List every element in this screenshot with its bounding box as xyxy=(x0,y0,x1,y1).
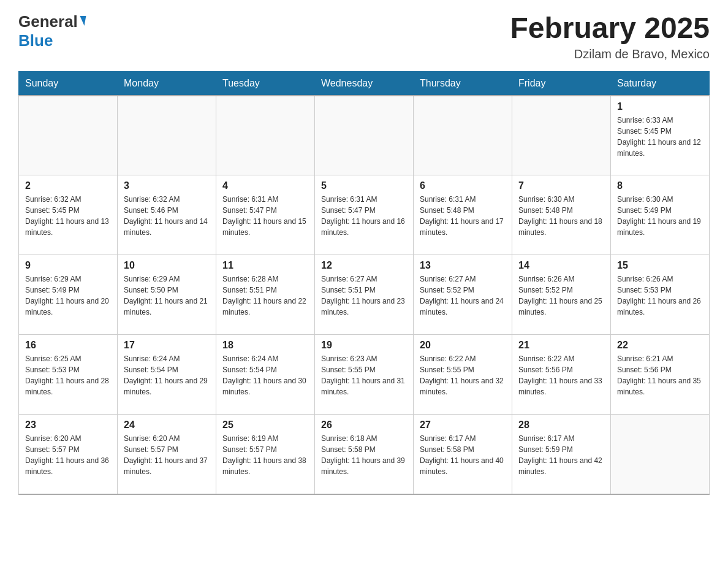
day-info: Sunrise: 6:18 AMSunset: 5:58 PMDaylight:… xyxy=(321,434,405,476)
header-friday: Friday xyxy=(512,71,611,96)
calendar-week-2: 2 Sunrise: 6:32 AMSunset: 5:45 PMDayligh… xyxy=(19,175,710,255)
day-info: Sunrise: 6:17 AMSunset: 5:58 PMDaylight:… xyxy=(420,434,504,476)
day-number: 2 xyxy=(25,180,111,191)
day-number: 9 xyxy=(25,260,111,271)
day-number: 14 xyxy=(518,260,604,271)
day-info: Sunrise: 6:28 AMSunset: 5:51 PMDaylight:… xyxy=(222,275,306,316)
days-row: Sunday Monday Tuesday Wednesday Thursday… xyxy=(19,71,710,96)
day-number: 22 xyxy=(617,340,703,351)
day-number: 11 xyxy=(222,260,308,271)
header-wednesday: Wednesday xyxy=(315,71,414,96)
logo: General Blue xyxy=(18,12,85,50)
day-number: 4 xyxy=(222,180,308,191)
header-tuesday: Tuesday xyxy=(216,71,315,96)
day-number: 7 xyxy=(518,180,604,191)
day-number: 28 xyxy=(518,419,604,431)
page-header: General Blue February 2025 Dzilam de Bra… xyxy=(18,12,710,61)
day-info: Sunrise: 6:20 AMSunset: 5:57 PMDaylight:… xyxy=(25,434,109,476)
calendar-day: 4 Sunrise: 6:31 AMSunset: 5:47 PMDayligh… xyxy=(216,175,315,255)
day-info: Sunrise: 6:33 AMSunset: 5:45 PMDaylight:… xyxy=(617,116,701,158)
calendar-day xyxy=(216,96,315,175)
calendar-week-4: 16 Sunrise: 6:25 AMSunset: 5:53 PMDaylig… xyxy=(19,335,710,415)
calendar-day: 27 Sunrise: 6:17 AMSunset: 5:58 PMDaylig… xyxy=(414,415,512,494)
logo-arrow-icon xyxy=(78,16,86,26)
day-info: Sunrise: 6:31 AMSunset: 5:47 PMDaylight:… xyxy=(321,195,405,237)
day-info: Sunrise: 6:22 AMSunset: 5:56 PMDaylight:… xyxy=(518,354,602,396)
day-info: Sunrise: 6:32 AMSunset: 5:45 PMDaylight:… xyxy=(25,195,109,237)
day-info: Sunrise: 6:27 AMSunset: 5:52 PMDaylight:… xyxy=(420,275,504,316)
calendar-day: 7 Sunrise: 6:30 AMSunset: 5:48 PMDayligh… xyxy=(512,175,611,255)
day-number: 19 xyxy=(321,340,407,351)
day-info: Sunrise: 6:29 AMSunset: 5:49 PMDaylight:… xyxy=(25,275,109,316)
logo-blue-text: Blue xyxy=(18,31,53,50)
calendar-day: 18 Sunrise: 6:24 AMSunset: 5:54 PMDaylig… xyxy=(216,335,315,415)
day-info: Sunrise: 6:31 AMSunset: 5:48 PMDaylight:… xyxy=(420,195,504,237)
location: Dzilam de Bravo, Mexico xyxy=(510,47,710,61)
day-info: Sunrise: 6:22 AMSunset: 5:55 PMDaylight:… xyxy=(420,354,504,396)
calendar-week-5: 23 Sunrise: 6:20 AMSunset: 5:57 PMDaylig… xyxy=(19,415,710,494)
title-section: February 2025 Dzilam de Bravo, Mexico xyxy=(510,12,710,61)
calendar-day: 19 Sunrise: 6:23 AMSunset: 5:55 PMDaylig… xyxy=(315,335,414,415)
calendar-day: 24 Sunrise: 6:20 AMSunset: 5:57 PMDaylig… xyxy=(118,415,216,494)
calendar-header: Sunday Monday Tuesday Wednesday Thursday… xyxy=(19,71,710,96)
day-info: Sunrise: 6:19 AMSunset: 5:57 PMDaylight:… xyxy=(222,434,306,476)
day-info: Sunrise: 6:30 AMSunset: 5:49 PMDaylight:… xyxy=(617,195,701,237)
calendar-day: 28 Sunrise: 6:17 AMSunset: 5:59 PMDaylig… xyxy=(512,415,611,494)
calendar-day: 2 Sunrise: 6:32 AMSunset: 5:45 PMDayligh… xyxy=(19,175,118,255)
calendar-day: 5 Sunrise: 6:31 AMSunset: 5:47 PMDayligh… xyxy=(315,175,414,255)
calendar-day: 20 Sunrise: 6:22 AMSunset: 5:55 PMDaylig… xyxy=(414,335,512,415)
day-number: 13 xyxy=(420,260,506,271)
day-number: 24 xyxy=(124,419,210,431)
day-number: 20 xyxy=(420,340,506,351)
calendar-day: 8 Sunrise: 6:30 AMSunset: 5:49 PMDayligh… xyxy=(611,175,710,255)
header-monday: Monday xyxy=(118,71,216,96)
day-number: 21 xyxy=(518,340,604,351)
calendar-day: 21 Sunrise: 6:22 AMSunset: 5:56 PMDaylig… xyxy=(512,335,611,415)
day-number: 5 xyxy=(321,180,407,191)
calendar-day: 16 Sunrise: 6:25 AMSunset: 5:53 PMDaylig… xyxy=(19,335,118,415)
day-number: 26 xyxy=(321,419,407,431)
day-number: 18 xyxy=(222,340,308,351)
calendar-day: 6 Sunrise: 6:31 AMSunset: 5:48 PMDayligh… xyxy=(414,175,512,255)
calendar-day: 12 Sunrise: 6:27 AMSunset: 5:51 PMDaylig… xyxy=(315,255,414,335)
calendar-day: 13 Sunrise: 6:27 AMSunset: 5:52 PMDaylig… xyxy=(414,255,512,335)
day-number: 25 xyxy=(222,419,308,431)
day-number: 3 xyxy=(124,180,210,191)
logo-general-text: General xyxy=(18,12,78,31)
month-title: February 2025 xyxy=(510,12,710,45)
calendar-day xyxy=(118,96,216,175)
day-number: 23 xyxy=(25,419,111,431)
day-number: 27 xyxy=(420,419,506,431)
header-sunday: Sunday xyxy=(19,71,118,96)
calendar-day xyxy=(414,96,512,175)
calendar-day xyxy=(19,96,118,175)
calendar-day xyxy=(315,96,414,175)
day-info: Sunrise: 6:31 AMSunset: 5:47 PMDaylight:… xyxy=(222,195,306,237)
day-number: 8 xyxy=(617,180,703,191)
calendar-day: 1 Sunrise: 6:33 AMSunset: 5:45 PMDayligh… xyxy=(611,96,710,175)
day-info: Sunrise: 6:26 AMSunset: 5:53 PMDaylight:… xyxy=(617,275,701,316)
calendar-day: 10 Sunrise: 6:29 AMSunset: 5:50 PMDaylig… xyxy=(118,255,216,335)
calendar-day: 9 Sunrise: 6:29 AMSunset: 5:49 PMDayligh… xyxy=(19,255,118,335)
day-info: Sunrise: 6:17 AMSunset: 5:59 PMDaylight:… xyxy=(518,434,602,476)
day-info: Sunrise: 6:21 AMSunset: 5:56 PMDaylight:… xyxy=(617,354,701,396)
day-number: 10 xyxy=(124,260,210,271)
day-number: 15 xyxy=(617,260,703,271)
calendar-day xyxy=(611,415,710,494)
calendar-day xyxy=(512,96,611,175)
calendar-day: 11 Sunrise: 6:28 AMSunset: 5:51 PMDaylig… xyxy=(216,255,315,335)
calendar-day: 25 Sunrise: 6:19 AMSunset: 5:57 PMDaylig… xyxy=(216,415,315,494)
day-info: Sunrise: 6:32 AMSunset: 5:46 PMDaylight:… xyxy=(124,195,208,237)
header-thursday: Thursday xyxy=(414,71,512,96)
calendar-day: 23 Sunrise: 6:20 AMSunset: 5:57 PMDaylig… xyxy=(19,415,118,494)
calendar-body: 1 Sunrise: 6:33 AMSunset: 5:45 PMDayligh… xyxy=(19,96,710,494)
day-info: Sunrise: 6:23 AMSunset: 5:55 PMDaylight:… xyxy=(321,354,405,396)
day-number: 1 xyxy=(617,101,703,112)
day-info: Sunrise: 6:27 AMSunset: 5:51 PMDaylight:… xyxy=(321,275,405,316)
calendar-week-3: 9 Sunrise: 6:29 AMSunset: 5:49 PMDayligh… xyxy=(19,255,710,335)
calendar-day: 15 Sunrise: 6:26 AMSunset: 5:53 PMDaylig… xyxy=(611,255,710,335)
calendar-day: 14 Sunrise: 6:26 AMSunset: 5:52 PMDaylig… xyxy=(512,255,611,335)
day-info: Sunrise: 6:26 AMSunset: 5:52 PMDaylight:… xyxy=(518,275,602,316)
day-number: 12 xyxy=(321,260,407,271)
day-info: Sunrise: 6:30 AMSunset: 5:48 PMDaylight:… xyxy=(518,195,602,237)
